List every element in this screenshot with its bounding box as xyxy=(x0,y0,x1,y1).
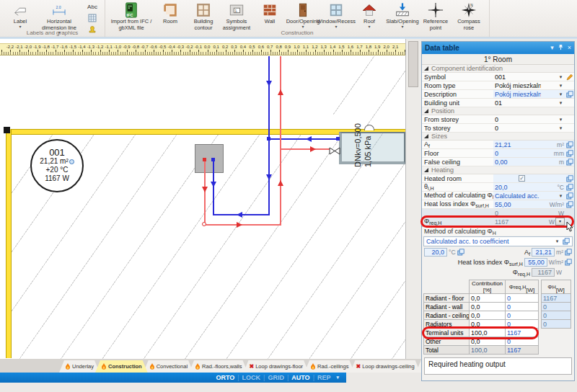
status-toggle-auto[interactable]: AUTO xyxy=(291,374,309,381)
status-toggle-rep[interactable]: REP xyxy=(317,374,331,381)
tab-loop-drawings-floor[interactable]: ✖ Loop drawings-floor xyxy=(243,360,309,373)
phi-req-cell[interactable]: 0 xyxy=(506,303,539,311)
pipe-supply-left[interactable] xyxy=(204,160,206,225)
prop-value[interactable]: 001 xyxy=(495,74,541,81)
tab-rad-floors-walls[interactable]: Rad.-floors,walls xyxy=(189,360,247,373)
phi-req-cell[interactable]: 0 xyxy=(506,294,539,303)
close-icon[interactable]: × xyxy=(568,45,571,51)
dropdown-arrow-icon[interactable]: ▾ xyxy=(557,83,565,89)
sync-icon[interactable] xyxy=(566,159,573,166)
prop-row-from-storey[interactable]: From storey 0 ▾ xyxy=(422,115,574,124)
phi-req-cell[interactable]: 0 xyxy=(506,311,539,320)
valve-icon[interactable] xyxy=(329,145,340,158)
prop-value[interactable]: 01 xyxy=(495,99,541,107)
prop-row-i-h[interactable]: θi,H 20,0 °C xyxy=(422,183,574,192)
sync-icon[interactable] xyxy=(566,141,573,148)
contribution-cell[interactable]: 100,0 xyxy=(470,329,506,337)
checkbox-checked[interactable]: ✓ xyxy=(519,175,525,182)
prop-value[interactable]: Pokój mieszkalny xyxy=(495,82,541,89)
pin-icon[interactable] xyxy=(558,44,564,52)
sync-icon[interactable] xyxy=(565,259,572,266)
dropdown-arrow-icon[interactable]: ▾ xyxy=(557,117,565,122)
panel-title-bar[interactable]: Data table ▾ × xyxy=(422,42,574,54)
sync-icon[interactable] xyxy=(566,192,573,200)
prop-value[interactable]: 0 xyxy=(495,125,541,132)
prop-row-a-f[interactable]: Af 21,21 m² xyxy=(422,141,574,149)
heat-loss-index-input[interactable]: 55,00 xyxy=(524,258,547,267)
prop-value[interactable]: 1167 xyxy=(495,218,539,226)
pencil-icon[interactable] xyxy=(566,74,573,81)
drawing-canvas[interactable]: -2,2-2,1-2,0-1,9-1,8-1,7-1,6-1,5-1,4-1,3… xyxy=(0,39,405,359)
ribbon-button-slab-opening[interactable]: Slab/Opening ▾ xyxy=(386,1,419,29)
ribbon-button-symbols-assignment[interactable]: 1.Symbols assignment xyxy=(220,1,253,31)
dropdown-arrow-icon[interactable]: ▾ xyxy=(557,74,565,80)
section-position[interactable]: Position xyxy=(422,107,574,115)
pipe-supply-branch[interactable] xyxy=(281,148,330,150)
tab-underlay[interactable]: Underlay xyxy=(59,360,100,373)
pipe-return-left[interactable] xyxy=(213,160,214,215)
ribbon-small-button-abc[interactable]: Abc xyxy=(84,1,101,12)
ribbon-button-room[interactable]: Room xyxy=(154,1,187,25)
ribbon-button-import-from-ifc-gbxml-file[interactable]: IFCImport from IFC / gbXML file xyxy=(109,1,154,31)
status-toggle-grid[interactable]: GRID xyxy=(268,374,284,381)
prop-row-req-h[interactable]: Φreq,H 1167 W ▾ xyxy=(422,218,574,226)
prop-row-building-unit[interactable]: Building unit 01 ▾ xyxy=(422,99,574,107)
prop-value[interactable]: Pokój mieszkalny xyxy=(495,91,541,98)
status-toggle-orto[interactable]: ORTO xyxy=(216,374,234,381)
prop-value[interactable]: 55,00 xyxy=(495,201,549,208)
contribution-cell[interactable]: 0,0 xyxy=(470,337,506,346)
tab-construction[interactable]: Construction xyxy=(95,360,148,373)
phi-req-cell[interactable]: 0 xyxy=(506,337,539,346)
prop-row-to-storey[interactable]: To storey 0 ▾ xyxy=(422,124,574,133)
contribution-cell[interactable]: 0,0 xyxy=(470,294,506,303)
prop-value[interactable]: Calculated acc. to coefficient xyxy=(495,192,541,200)
contribution-cell[interactable]: 0,0 xyxy=(470,320,506,329)
theta-input[interactable]: 20,0 xyxy=(424,248,447,257)
prop-row-heat-loss-index-surf-h[interactable]: Heat loss index Φsurf,H 55,00 W/m² xyxy=(422,200,574,209)
ribbon-button-door-opening[interactable]: Door/Opening ▾ xyxy=(286,1,320,29)
expand-editor-button[interactable]: ▾ xyxy=(555,218,565,226)
phi-req-cell[interactable]: 1167 xyxy=(506,329,539,337)
ribbon-button-compass-rose[interactable]: NCompass rose xyxy=(452,1,485,31)
prop-value[interactable]: 20,0 xyxy=(495,184,549,191)
sync-icon[interactable] xyxy=(563,238,570,245)
prop-value[interactable]: 21,21 xyxy=(495,141,549,148)
status-toggle-lock[interactable]: LOCK xyxy=(242,374,261,381)
ribbon-button-roof[interactable]: Roof ▾ xyxy=(353,1,386,29)
sync-icon[interactable] xyxy=(457,249,464,256)
prop-row-description[interactable]: Description Pokój mieszkalny ▾ xyxy=(422,90,574,99)
dropdown-arrow-icon[interactable]: ▾ xyxy=(557,100,565,106)
contribution-cell[interactable]: 0,0 xyxy=(470,311,506,320)
prop-value[interactable]: 0 xyxy=(495,150,549,157)
ribbon-button-reference-point[interactable]: Reference point xyxy=(419,1,452,31)
contribution-cell[interactable]: 0,0 xyxy=(470,303,506,311)
prop-row-symbol[interactable]: Symbol 001 ▾ xyxy=(422,73,574,81)
ribbon-button-window-recess[interactable]: Window/Recess ▾ xyxy=(320,1,353,29)
section-sizes[interactable]: Sizes xyxy=(422,133,574,141)
ribbon-button-label[interactable]: Label ▾ xyxy=(4,1,37,29)
ribbon-button-wall[interactable]: Wall xyxy=(253,1,286,25)
ribbon-small-button-table-icon[interactable] xyxy=(84,13,101,23)
prop-value[interactable]: 0 xyxy=(495,116,541,123)
prop-value[interactable]: 0,00 xyxy=(495,159,549,166)
prop-row-room-type[interactable]: Room type Pokój mieszkalny ▾ xyxy=(422,81,574,90)
canvas-scrollbar[interactable] xyxy=(405,39,421,359)
scrollbar-thumb[interactable] xyxy=(408,41,418,87)
ribbon-button-building-contour[interactable]: Building contour xyxy=(187,1,220,31)
prop-row-false-ceiling[interactable]: False ceiling 0,00 m xyxy=(422,158,574,166)
sync-icon[interactable] xyxy=(566,91,573,98)
dropdown-arrow-icon[interactable]: ▾ xyxy=(553,239,561,244)
wall-corner-handle[interactable] xyxy=(4,127,10,133)
tab-loop-drawings-ceiling[interactable]: ✖ Loop drawings-ceiling xyxy=(350,360,420,373)
sync-icon[interactable] xyxy=(566,175,573,182)
prop-row-method-of-calculating-h[interactable]: Method of calculating ΦH Calculated acc.… xyxy=(422,192,574,200)
sync-icon[interactable] xyxy=(566,184,573,191)
prop-row-heated-room[interactable]: Heated room ✓ xyxy=(422,174,574,183)
room-description-label[interactable]: 001 21,21 m² +20 °C 1167 W xyxy=(30,139,84,192)
pipe-supply-bottom[interactable] xyxy=(205,224,281,226)
wall-vertical[interactable] xyxy=(6,129,12,358)
prop-value[interactable]: 0 xyxy=(495,210,549,217)
sync-icon[interactable] xyxy=(566,201,573,208)
chevron-down-icon[interactable]: ▾ xyxy=(550,45,554,51)
prop-row-item[interactable]: 0 W xyxy=(422,209,574,218)
